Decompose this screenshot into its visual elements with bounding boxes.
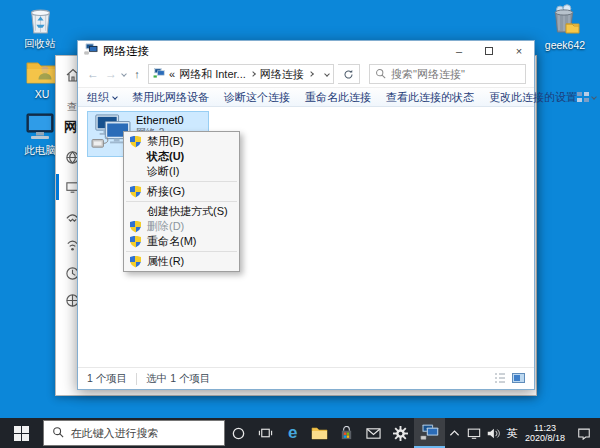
windows-logo-icon [14,426,29,441]
clock[interactable]: 11:23 2020/8/18 [522,423,568,443]
large-icons-view-icon[interactable] [512,372,525,386]
disable-device-command[interactable]: 禁用此网络设备 [132,90,209,105]
address-bar: ← → ↑ « 网络和 Inter... 网络连接 [78,61,534,87]
taskbar: e 英 11:23 2020/8/18 [0,418,600,448]
menu-item-diagnose[interactable]: 诊断(I) [124,164,239,179]
menu-item-disable[interactable]: 禁用(B) [124,134,239,149]
forward-button[interactable]: → [104,67,118,81]
menu-separator [126,181,237,182]
tray-network-icon[interactable] [464,427,483,440]
address-dropdown-icon[interactable] [324,71,330,77]
title-bar[interactable]: 网络连接 – × [78,41,534,61]
maximize-icon [485,47,493,55]
menu-item-bridge[interactable]: 桥接(G) [124,184,239,199]
show-hidden-icons-chevron-icon[interactable] [445,429,464,437]
view-status-command[interactable]: 查看此连接的状态 [386,90,474,105]
menu-separator [126,251,237,252]
search-icon [375,65,386,83]
uac-shield-icon [130,256,141,268]
uac-shield-icon [130,186,141,198]
window-icon [84,42,98,60]
status-bar: 1 个项目 选中 1 个项目 [78,367,534,389]
taskbar-search-input[interactable] [70,427,216,439]
store-icon[interactable] [333,418,360,448]
desktop-icon-label: geek642 [533,39,597,51]
maximize-button[interactable] [474,41,504,61]
breadcrumb-root-marker: « [169,68,175,80]
file-explorer-icon[interactable] [306,418,333,448]
system-tray: 英 11:23 2020/8/18 [445,418,600,448]
details-view-icon[interactable] [494,372,506,386]
tiles-view-icon [577,91,589,103]
status-divider [136,373,137,385]
breadcrumb-separator-icon[interactable] [250,71,256,77]
refresh-button[interactable] [338,64,360,84]
menu-item-delete: 删除(D) [124,219,239,234]
view-options-button[interactable] [577,91,596,103]
back-button[interactable]: ← [86,67,100,81]
adapter-name: Ethernet0 [136,114,184,127]
change-settings-command[interactable]: 更改此连接的设置 [489,90,577,105]
start-button[interactable] [0,418,43,448]
minimize-button[interactable]: – [444,41,474,61]
menu-item-status[interactable]: 状态(U) [124,149,239,164]
organize-menu[interactable]: 组织 [87,90,117,105]
edge-icon[interactable]: e [279,418,306,448]
menu-item-rename[interactable]: 重命名(M) [124,234,239,249]
window-title: 网络连接 [103,44,444,59]
chevron-down-icon [112,94,118,100]
volume-icon[interactable] [483,427,502,440]
desktop-icon-recycle-bin[interactable]: 回收站 [8,3,72,51]
search-input[interactable] [391,68,520,80]
breadcrumb[interactable]: « 网络和 Inter... 网络连接 [148,64,334,84]
explorer-search[interactable] [369,64,526,84]
search-icon [52,424,64,442]
settings-selected-indicator [56,174,59,200]
settings-gear-icon[interactable] [387,418,414,448]
uac-shield-icon [130,221,141,233]
up-button[interactable]: ↑ [130,68,144,80]
taskbar-network-connections-app[interactable] [414,418,445,448]
selected-count: 选中 1 个项目 [146,372,210,386]
uac-shield-icon [130,136,141,148]
tray-time: 11:23 [522,423,568,433]
full-recycle-bin-icon [533,3,597,38]
taskbar-search[interactable] [43,420,225,446]
uac-shield-icon [130,236,141,248]
rename-command[interactable]: 重命名此连接 [305,90,371,105]
action-center-icon[interactable] [568,427,600,440]
breadcrumb-segment[interactable]: 网络和 Inter... [179,67,246,82]
context-menu: 禁用(B) 状态(U) 诊断(I) 桥接(G) 创建快捷方式(S) 删除(D) … [123,131,240,272]
command-bar: 组织 禁用此网络设备 诊断这个连接 重命名此连接 查看此连接的状态 更改此连接的… [78,87,534,107]
location-icon [153,68,165,81]
cortana-button[interactable] [225,418,252,448]
breadcrumb-segment[interactable]: 网络连接 [260,67,304,82]
breadcrumb-separator-icon[interactable] [308,71,314,77]
desktop-icon-label: 回收站 [8,37,72,51]
input-method-indicator[interactable]: 英 [502,426,522,441]
close-button[interactable]: × [504,41,534,61]
mail-icon[interactable] [360,418,387,448]
menu-separator [126,201,237,202]
task-view-button[interactable] [252,418,279,448]
menu-item-create-shortcut[interactable]: 创建快捷方式(S) [124,204,239,219]
desktop-icon-geek642[interactable]: geek642 [533,3,597,51]
desktop: 回收站 XU 此电脑 geek642 [0,0,600,448]
diagnose-command[interactable]: 诊断这个连接 [224,90,290,105]
tray-date: 2020/8/18 [522,433,568,443]
recycle-bin-icon [8,3,72,36]
recent-locations-chevron-icon[interactable] [121,71,127,77]
chevron-down-icon [591,94,597,100]
item-count: 1 个项目 [87,372,127,386]
menu-item-properties[interactable]: 属性(R) [124,254,239,269]
